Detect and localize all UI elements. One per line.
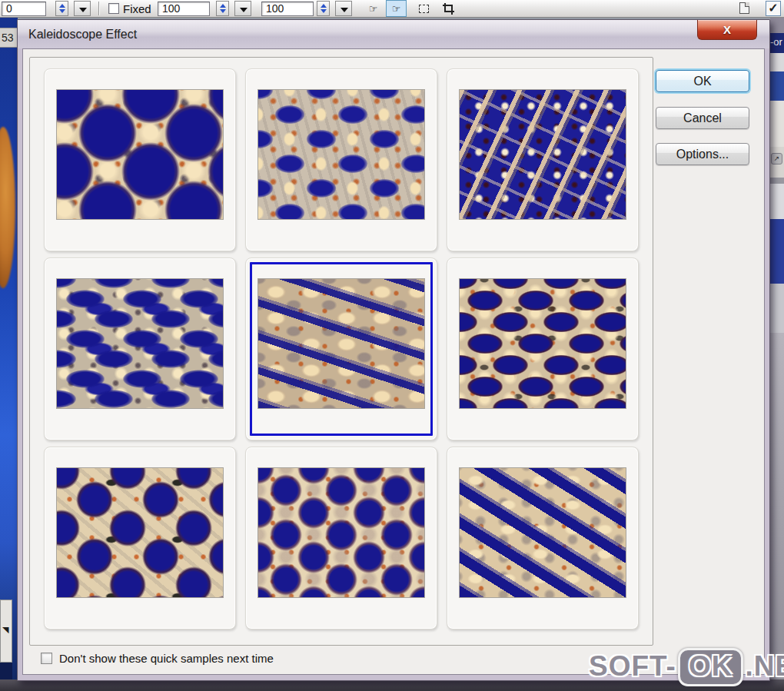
hand-select-tool-button[interactable]: ☞ bbox=[363, 0, 384, 17]
background-fragment bbox=[770, 18, 784, 33]
hand-tool-icon: ☞ bbox=[392, 3, 401, 15]
height-spinner[interactable] bbox=[317, 1, 330, 16]
watermark-ok-badge: OK bbox=[678, 648, 744, 686]
width-dropdown-button[interactable] bbox=[234, 1, 251, 16]
background-toolbar: 0 Fixed 100 100 ☞ ☞ ✓ bbox=[0, 0, 784, 18]
background-thumbnail-icon: ↗ bbox=[771, 153, 782, 164]
spin-down-icon bbox=[321, 9, 327, 13]
background-divider bbox=[770, 178, 784, 184]
watermark-suffix: .NET bbox=[745, 650, 784, 682]
height-dropdown-button[interactable] bbox=[335, 1, 352, 16]
fixed-checkbox[interactable] bbox=[108, 3, 119, 14]
spin-up-icon bbox=[321, 4, 327, 8]
angle-spinner[interactable] bbox=[55, 1, 68, 16]
sample-4[interactable] bbox=[44, 257, 236, 440]
width-percent-input[interactable]: 100 bbox=[158, 2, 210, 16]
sample-3[interactable] bbox=[447, 68, 639, 251]
spin-down-icon bbox=[220, 9, 226, 13]
fixed-label: Fixed bbox=[123, 2, 151, 15]
page-icon bbox=[739, 2, 749, 14]
sample-5[interactable] bbox=[245, 257, 437, 440]
background-desktop-strip: 53 ◥ bbox=[0, 18, 18, 691]
hand-tool-icon: ☞ bbox=[369, 3, 378, 15]
background-panel: ◥ bbox=[0, 600, 12, 663]
spin-up-icon bbox=[220, 4, 226, 8]
background-fragment bbox=[770, 219, 784, 284]
dont-show-checkbox[interactable] bbox=[41, 653, 52, 664]
background-app-icon: ◥ bbox=[2, 625, 8, 635]
cancel-button[interactable]: Cancel bbox=[656, 107, 749, 129]
marquee-tool-button[interactable] bbox=[414, 0, 434, 17]
background-fragment: ↗ bbox=[770, 147, 784, 178]
crop-tool-button[interactable] bbox=[438, 0, 459, 17]
dialog-title: Kaleidoscope Effect bbox=[28, 20, 137, 48]
height-percent-input[interactable]: 100 bbox=[261, 2, 314, 16]
dialog-titlebar[interactable]: Kaleidoscope Effect X bbox=[18, 20, 769, 48]
sample-1[interactable] bbox=[44, 68, 236, 251]
angle-dropdown-button[interactable] bbox=[74, 1, 91, 16]
kaleidoscope-preview bbox=[459, 89, 626, 220]
dont-show-row: Don't show these quick samples next time bbox=[41, 651, 274, 665]
toolbar-separator bbox=[98, 2, 100, 15]
sample-6[interactable] bbox=[447, 257, 639, 440]
background-fragment bbox=[770, 53, 784, 71]
kaleidoscope-preview bbox=[459, 278, 626, 409]
background-fragment bbox=[770, 284, 784, 333]
kaleidoscope-preview bbox=[257, 467, 425, 598]
watermark: SOFT-OK.NET bbox=[589, 648, 784, 686]
sample-9[interactable] bbox=[447, 447, 639, 630]
kaleidoscope-preview bbox=[257, 89, 425, 220]
export-tool-button[interactable] bbox=[736, 1, 754, 16]
background-text-fragment: -or bbox=[770, 33, 784, 53]
checkmark-icon: ✓ bbox=[768, 2, 778, 15]
sample-7[interactable] bbox=[44, 447, 236, 630]
watermark-prefix: SOFT- bbox=[589, 650, 676, 682]
selection-frame bbox=[250, 262, 433, 436]
kaleidoscope-preview bbox=[56, 278, 224, 409]
kaleidoscope-preview bbox=[56, 467, 224, 598]
close-button[interactable]: X bbox=[697, 20, 757, 40]
kaleidoscope-preview bbox=[56, 89, 224, 220]
crop-icon bbox=[443, 3, 454, 15]
angle-input[interactable]: 0 bbox=[2, 2, 46, 16]
ruler-value: 53 bbox=[0, 28, 18, 48]
sample-2[interactable] bbox=[245, 68, 437, 251]
hand-move-tool-button[interactable]: ☞ bbox=[386, 0, 407, 17]
options-button[interactable]: Options... bbox=[656, 143, 749, 165]
samples-grid bbox=[29, 57, 653, 646]
dialog-client-area: OK Cancel Options... Don't show these qu… bbox=[22, 48, 765, 675]
wallpaper-fish bbox=[0, 127, 15, 288]
background-fragment bbox=[770, 101, 784, 147]
spin-down-icon bbox=[59, 9, 65, 13]
kaleidoscope-preview bbox=[459, 467, 626, 598]
apply-checkmark-button[interactable]: ✓ bbox=[766, 1, 781, 16]
dont-show-label: Don't show these quick samples next time bbox=[59, 652, 274, 665]
marquee-icon bbox=[419, 5, 429, 13]
background-fragment bbox=[770, 184, 784, 219]
ok-button[interactable]: OK bbox=[656, 70, 749, 92]
background-fragment bbox=[770, 71, 784, 101]
spin-up-icon bbox=[59, 4, 65, 8]
sample-8[interactable] bbox=[245, 447, 437, 630]
close-icon: X bbox=[723, 23, 731, 36]
background-app-strip: -or ↗ bbox=[770, 18, 784, 691]
width-spinner[interactable] bbox=[216, 1, 229, 16]
kaleidoscope-effect-dialog: Kaleidoscope Effect X OK Cancel Options.… bbox=[17, 19, 770, 681]
background-fragment bbox=[770, 333, 784, 691]
